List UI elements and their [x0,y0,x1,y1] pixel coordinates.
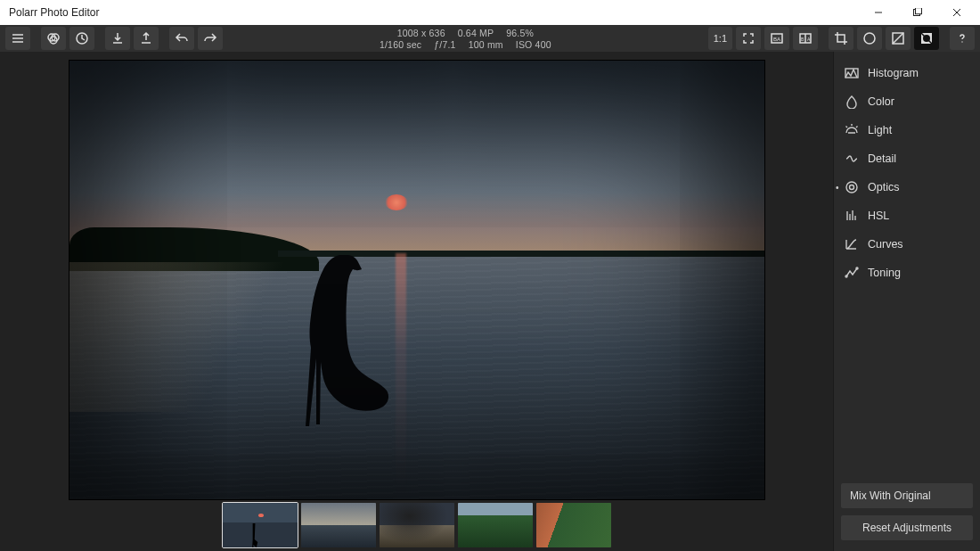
crop-button[interactable] [829,27,853,50]
sidebar-item-curves[interactable]: Curves [834,230,980,259]
compare-ba-button[interactable]: BA [764,27,789,50]
svg-point-24 [961,41,962,42]
thumbnail[interactable] [301,503,376,547]
mix-with-original-button[interactable]: Mix With Original [841,483,973,508]
sidebar-item-toning[interactable]: Toning [834,259,980,287]
image-info: 1008 x 636 0.64 MP 96.5% 1/160 sec ƒ/7.1… [226,28,705,50]
fullscreen-button[interactable] [736,27,761,50]
export-button[interactable] [134,27,159,50]
compare-split-button[interactable]: BA [793,27,818,50]
svg-point-27 [850,185,854,190]
hsl-icon [845,209,859,223]
thumbnail[interactable] [536,503,611,547]
sidebar-item-label: Color [868,95,894,108]
maximize-button[interactable] [898,0,937,25]
app-root: 1008 x 636 0.64 MP 96.5% 1/160 sec ƒ/7.1… [0,25,980,551]
sidebar-item-label: Curves [868,238,903,251]
sidebar-item-label: Toning [868,267,901,279]
curves-icon [845,237,859,251]
svg-point-26 [846,182,857,193]
svg-line-20 [893,33,903,44]
app-title: Polarr Photo Editor [9,6,99,19]
svg-point-18 [864,33,875,44]
sidebar-item-light[interactable]: Light [834,116,980,144]
info-zoom: 96.5% [506,28,534,38]
sidebar-item-color[interactable]: Color [834,87,980,116]
info-megapixels: 0.64 MP [458,28,494,38]
sidebar-item-label: Histogram [868,67,919,79]
sidebar-item-label: HSL [868,210,889,222]
window-titlebar: Polarr Photo Editor [0,0,980,25]
sidebar-item-optics[interactable]: Optics [834,173,980,201]
info-aperture: ƒ/7.1 [434,39,455,50]
adjustments-sidebar: Histogram Color Light Detail Optics HSL [833,52,980,551]
radial-button[interactable] [857,27,882,50]
thumbnail[interactable] [380,503,454,547]
filters-button[interactable] [41,27,66,50]
svg-text:BA: BA [773,37,780,42]
import-button[interactable] [105,27,130,50]
minimize-button[interactable] [859,0,898,25]
svg-rect-2 [916,8,922,14]
adjustments-button[interactable] [914,27,939,50]
reset-adjustments-button[interactable]: Reset Adjustments [841,515,973,540]
info-dimensions: 1008 x 636 [397,28,445,38]
thumbnail[interactable] [458,503,533,547]
toning-icon [845,266,859,280]
menu-button[interactable] [5,27,30,50]
main-photo[interactable] [69,61,764,499]
canvas-area [0,52,833,551]
history-button[interactable] [69,27,94,50]
heron-silhouette [278,253,403,499]
sidebar-item-histogram[interactable]: Histogram [834,59,980,87]
close-button[interactable] [937,0,976,25]
sidebar-item-label: Optics [868,181,899,193]
info-shutter: 1/160 sec [380,39,421,50]
svg-text:B: B [801,37,804,42]
thumbnail[interactable] [223,503,298,547]
color-icon [845,95,859,109]
toolbar-right-group: 1:1 BA BA [708,27,975,50]
sidebar-item-label: Detail [868,152,896,165]
zoom-ratio-button[interactable]: 1:1 [708,27,732,50]
sidebar-item-hsl[interactable]: HSL [834,201,980,230]
help-button[interactable] [950,27,975,50]
filmstrip [223,499,611,547]
info-iso: ISO 400 [516,39,551,50]
app-body: Histogram Color Light Detail Optics HSL [0,52,980,551]
gradient-button[interactable] [886,27,911,50]
info-focal: 100 mm [469,39,503,50]
window-controls [859,0,976,25]
undo-button[interactable] [169,27,194,50]
light-icon [845,123,859,137]
detail-icon [845,152,859,166]
sidebar-item-label: Light [868,124,892,136]
histogram-icon [845,66,859,80]
top-toolbar: 1008 x 636 0.64 MP 96.5% 1/160 sec ƒ/7.1… [0,25,980,52]
optics-icon [845,180,859,194]
sidebar-item-detail[interactable]: Detail [834,144,980,173]
redo-button[interactable] [198,27,223,50]
